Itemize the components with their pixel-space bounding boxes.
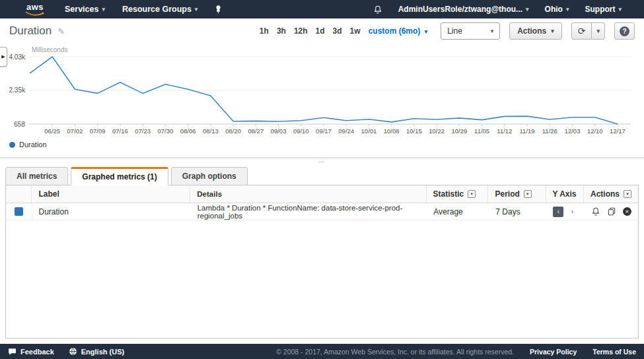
- row-checkbox-cell: [6, 203, 32, 220]
- svg-text:2.35k: 2.35k: [9, 86, 26, 94]
- nav-region-menu[interactable]: Ohio ▾: [545, 5, 569, 14]
- create-alarm-bell-icon[interactable]: [591, 207, 600, 216]
- svg-text:11/19: 11/19: [520, 127, 535, 135]
- svg-text:658: 658: [14, 121, 25, 128]
- tab-all-metrics[interactable]: All metrics: [5, 167, 68, 185]
- svg-text:4.03k: 4.03k: [9, 53, 26, 61]
- aws-smile-icon: [25, 11, 45, 16]
- svg-text:07/16: 07/16: [112, 127, 128, 135]
- range-1d[interactable]: 1d: [316, 26, 325, 36]
- row-action-icons: ✕: [591, 207, 631, 216]
- remove-metric-icon[interactable]: ✕: [623, 207, 631, 216]
- svg-text:10/22: 10/22: [429, 127, 445, 135]
- nav-account-menu[interactable]: AdminUsersRole/ztwang@thou... ▾: [398, 5, 529, 14]
- nav-support-menu[interactable]: Support ▾: [585, 5, 622, 14]
- row-period-cell: 7 Days: [489, 203, 546, 220]
- row-y-axis-cell: ‹ ›: [546, 203, 585, 220]
- table-header-row: Label Details Statistic ▼ Period ▼ Y Axi…: [6, 185, 638, 203]
- svg-text:08/13: 08/13: [203, 127, 219, 135]
- svg-text:09/24: 09/24: [338, 127, 354, 135]
- nav-resource-groups-label: Resource Groups: [122, 5, 192, 14]
- speech-bubble-icon: [8, 348, 17, 356]
- range-12h[interactable]: 12h: [294, 26, 308, 36]
- terms-of-use-link[interactable]: Terms of Use: [592, 348, 636, 356]
- refresh-button[interactable]: ⟳: [571, 22, 592, 40]
- svg-text:08/27: 08/27: [248, 127, 264, 135]
- expand-arrow-icon: ▶: [1, 54, 5, 59]
- nav-services-menu[interactable]: Services ▾: [65, 5, 105, 14]
- header-label: Label: [32, 185, 190, 203]
- duration-line-chart: 4.03k2.35k65806/2507/0207/0907/1607/2307…: [0, 44, 644, 137]
- aws-logo-text: aws: [26, 3, 44, 11]
- legend-item-duration[interactable]: Duration: [9, 141, 47, 148]
- svg-text:08/20: 08/20: [225, 127, 241, 135]
- tab-graphed-metrics[interactable]: Graphed metrics (1): [71, 167, 168, 185]
- pin-icon[interactable]: [215, 5, 222, 14]
- svg-text:11/12: 11/12: [497, 127, 512, 135]
- language-button[interactable]: English (US): [69, 347, 124, 356]
- notifications-bell-icon[interactable]: [373, 5, 382, 15]
- nav-account-label: AdminUsersRole/ztwang@thou...: [398, 5, 522, 14]
- range-1h[interactable]: 1h: [260, 26, 269, 36]
- row-details-cell: Lambda * Duration * FunctionName: data-s…: [191, 203, 427, 220]
- chevron-down-icon: ▾: [526, 6, 529, 13]
- page-title: Duration: [9, 24, 52, 38]
- edit-title-pencil-icon[interactable]: ✎: [57, 26, 65, 36]
- chevron-down-icon: ▾: [102, 6, 105, 13]
- refresh-split-button: ⟳ ▾: [571, 22, 605, 40]
- header-statistic: Statistic ▼: [427, 185, 489, 203]
- actions-dropdown-icon[interactable]: ▼: [624, 190, 631, 198]
- chevron-down-icon: ▾: [491, 28, 494, 34]
- row-statistic-cell: Average: [427, 203, 489, 220]
- svg-text:Milliseconds: Milliseconds: [32, 46, 67, 53]
- svg-text:07/02: 07/02: [67, 127, 83, 135]
- chart-type-select[interactable]: Line ▾: [441, 22, 500, 40]
- legend-label: Duration: [19, 141, 47, 148]
- statistic-dropdown-icon[interactable]: ▼: [468, 190, 476, 198]
- feedback-button[interactable]: Feedback: [8, 348, 54, 356]
- nav-right-group: AdminUsersRole/ztwang@thou... ▾ Ohio ▾ S…: [373, 5, 622, 15]
- duplicate-copy-icon[interactable]: [607, 207, 616, 216]
- svg-text:10/08: 10/08: [384, 127, 400, 135]
- drag-handle-icon[interactable]: ⋯: [0, 159, 644, 164]
- range-3d[interactable]: 3d: [333, 26, 342, 36]
- y-axis-left-button[interactable]: ‹: [553, 207, 563, 217]
- range-1w[interactable]: 1w: [350, 26, 361, 36]
- graphed-metrics-panel: Label Details Statistic ▼ Period ▼ Y Axi…: [5, 185, 639, 339]
- range-3h[interactable]: 3h: [277, 26, 286, 36]
- nav-region-label: Ohio: [545, 5, 563, 14]
- privacy-policy-link[interactable]: Privacy Policy: [530, 348, 577, 356]
- svg-text:07/30: 07/30: [157, 127, 173, 135]
- header-y-axis: Y Axis: [546, 185, 584, 203]
- chevron-down-icon: ▾: [618, 6, 622, 13]
- nav-resource-groups-menu[interactable]: Resource Groups ▾: [122, 5, 197, 14]
- range-custom[interactable]: custom (6mo) ▾: [369, 26, 428, 36]
- header-details: Details: [190, 185, 426, 203]
- help-button[interactable]: ?: [614, 22, 635, 40]
- toolbar-controls: 1h 3h 12h 1d 3d 1w custom (6mo) ▾ Line ▾…: [256, 22, 635, 40]
- actions-button-label: Actions: [517, 26, 546, 36]
- y-axis-right-button[interactable]: ›: [567, 207, 577, 217]
- header-statistic-label: Statistic: [433, 189, 464, 199]
- svg-text:10/29: 10/29: [451, 127, 467, 135]
- chevron-down-icon: ▾: [425, 28, 428, 35]
- aws-logo[interactable]: aws: [25, 3, 45, 16]
- svg-text:12/17: 12/17: [610, 127, 626, 135]
- svg-text:10/01: 10/01: [361, 127, 377, 135]
- actions-button[interactable]: Actions ▾: [509, 22, 562, 40]
- header-actions: Actions ▼: [584, 185, 638, 203]
- chevron-down-icon: ▾: [596, 28, 600, 34]
- refresh-options-button[interactable]: ▾: [591, 22, 605, 40]
- period-dropdown-icon[interactable]: ▼: [524, 190, 532, 198]
- row-actions-cell: ✕: [585, 203, 638, 220]
- help-icon: ?: [620, 26, 629, 36]
- copyright-text: © 2008 - 2017, Amazon Web Services, Inc.…: [276, 348, 514, 356]
- svg-text:11/05: 11/05: [474, 127, 489, 135]
- sidebar-expander-toggle[interactable]: ▶: [0, 47, 7, 67]
- series-checkbox[interactable]: [15, 207, 23, 216]
- nav-services-label: Services: [65, 5, 98, 14]
- language-label: English (US): [81, 348, 124, 356]
- nav-support-label: Support: [585, 5, 615, 14]
- footer-right-group: © 2008 - 2017, Amazon Web Services, Inc.…: [276, 348, 636, 356]
- tab-graph-options[interactable]: Graph options: [171, 167, 248, 185]
